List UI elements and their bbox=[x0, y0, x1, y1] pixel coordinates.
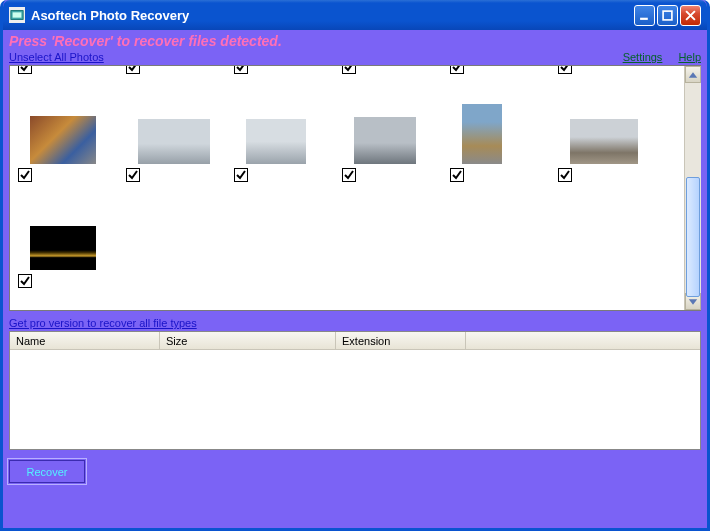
scroll-track[interactable] bbox=[685, 83, 701, 293]
photo-item[interactable] bbox=[16, 66, 124, 76]
help-link[interactable]: Help bbox=[678, 51, 701, 63]
photo-checkbox[interactable] bbox=[558, 66, 572, 74]
title-bar: Asoftech Photo Recovery bbox=[3, 0, 707, 30]
photo-item[interactable] bbox=[448, 66, 556, 76]
photo-thumbnail[interactable] bbox=[246, 119, 306, 164]
photo-checkbox[interactable] bbox=[18, 274, 32, 288]
photo-item[interactable] bbox=[340, 66, 448, 76]
get-pro-link[interactable]: Get pro version to recover all file type… bbox=[9, 317, 197, 329]
photo-checkbox[interactable] bbox=[450, 168, 464, 182]
recover-button[interactable]: Recover bbox=[9, 460, 85, 483]
photo-thumbnail[interactable] bbox=[30, 116, 96, 164]
vertical-scrollbar[interactable] bbox=[684, 66, 701, 310]
photo-checkbox[interactable] bbox=[234, 66, 248, 74]
maximize-button[interactable] bbox=[657, 5, 678, 26]
photo-item[interactable] bbox=[16, 76, 124, 182]
photo-checkbox[interactable] bbox=[450, 66, 464, 74]
scroll-up-button[interactable] bbox=[685, 66, 701, 83]
photo-item[interactable] bbox=[16, 182, 124, 288]
photo-item[interactable] bbox=[124, 66, 232, 76]
photo-thumbnail[interactable] bbox=[462, 104, 502, 164]
photo-checkbox[interactable] bbox=[234, 168, 248, 182]
photo-checkbox[interactable] bbox=[18, 66, 32, 74]
close-button[interactable] bbox=[680, 5, 701, 26]
window-title: Asoftech Photo Recovery bbox=[31, 8, 189, 23]
photo-thumbnail[interactable] bbox=[138, 119, 210, 164]
photo-scroll-area bbox=[10, 66, 684, 310]
photo-checkbox[interactable] bbox=[126, 168, 140, 182]
photo-thumbnail[interactable] bbox=[30, 226, 96, 270]
photo-item[interactable] bbox=[232, 66, 340, 76]
instruction-text: Press 'Recover' to recover files detecte… bbox=[3, 30, 707, 51]
app-window: Asoftech Photo Recovery Press 'Recover' … bbox=[0, 0, 710, 531]
table-header: Name Size Extension bbox=[10, 332, 700, 350]
photo-checkbox[interactable] bbox=[126, 66, 140, 74]
photo-item[interactable] bbox=[124, 76, 232, 182]
column-header-extension[interactable]: Extension bbox=[336, 332, 466, 349]
settings-link[interactable]: Settings bbox=[623, 51, 663, 63]
unselect-all-link[interactable]: Unselect All Photos bbox=[9, 51, 104, 63]
file-details-table: Name Size Extension bbox=[9, 331, 701, 450]
column-header-name[interactable]: Name bbox=[10, 332, 160, 349]
photo-list-pane bbox=[9, 65, 701, 311]
svg-rect-1 bbox=[13, 12, 22, 17]
photo-item[interactable] bbox=[232, 76, 340, 182]
minimize-button[interactable] bbox=[634, 5, 655, 26]
client-area: Press 'Recover' to recover files detecte… bbox=[3, 30, 707, 528]
svg-rect-3 bbox=[663, 11, 672, 20]
photo-grid bbox=[10, 66, 684, 294]
photo-checkbox[interactable] bbox=[342, 168, 356, 182]
scroll-thumb[interactable] bbox=[686, 177, 700, 297]
photo-thumbnail[interactable] bbox=[570, 119, 638, 164]
column-header-spacer bbox=[466, 332, 700, 349]
photo-item[interactable] bbox=[448, 76, 556, 182]
app-icon bbox=[9, 7, 25, 23]
table-body bbox=[10, 350, 700, 449]
photo-thumbnail[interactable] bbox=[354, 117, 416, 164]
photo-checkbox[interactable] bbox=[18, 168, 32, 182]
window-controls bbox=[634, 5, 701, 26]
photo-checkbox[interactable] bbox=[342, 66, 356, 74]
photo-item[interactable] bbox=[340, 76, 448, 182]
photo-checkbox[interactable] bbox=[558, 168, 572, 182]
svg-rect-2 bbox=[640, 17, 648, 19]
links-row: Unselect All Photos Settings Help bbox=[3, 51, 707, 65]
column-header-size[interactable]: Size bbox=[160, 332, 336, 349]
photo-item[interactable] bbox=[556, 66, 664, 76]
photo-item[interactable] bbox=[556, 76, 664, 182]
